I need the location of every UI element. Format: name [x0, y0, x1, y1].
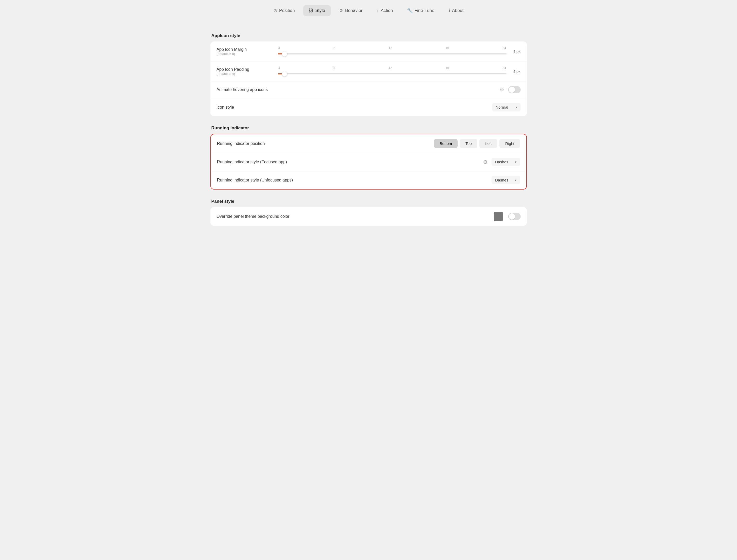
position-label: Running indicator position [217, 141, 274, 146]
override-panel-toggle-knob [509, 213, 515, 220]
appicon-section-label: AppIcon style [210, 33, 527, 38]
padding-ticks: 4 8 12 16 24 [278, 66, 507, 70]
margin-value: 4 px [510, 49, 521, 54]
panel-style-card: Override panel theme background color [210, 207, 527, 226]
tab-position-label: Position [279, 8, 295, 13]
padding-slider-area: 4 8 12 16 24 4 px [278, 66, 521, 76]
margin-sublabel: (default is 8) [217, 52, 274, 56]
animate-toggle[interactable] [508, 86, 521, 93]
position-btn-left[interactable]: Left [480, 139, 497, 148]
focused-style-label: Running indicator style (Focused app) [217, 160, 287, 164]
padding-label: App Icon Padding [217, 67, 274, 72]
focused-style-row: Running indicator style (Focused app) ⚙ … [211, 153, 526, 171]
animate-toggle-knob [509, 87, 515, 93]
tab-behavior-label: Behavior [345, 8, 362, 13]
unfocused-style-dropdown[interactable]: Dashes ▾ [492, 176, 520, 184]
override-panel-toggle[interactable] [508, 213, 521, 220]
icon-style-row: Icon style Normal ▾ [210, 98, 527, 116]
tab-style[interactable]: 🖼 Style [303, 5, 331, 16]
unfocused-style-chevron: ▾ [515, 178, 517, 182]
padding-slider-thumb[interactable] [282, 71, 287, 76]
override-panel-controls [494, 212, 521, 221]
unfocused-style-row: Running indicator style (Unfocused apps)… [211, 171, 526, 189]
focused-gear-icon: ⚙ [482, 158, 489, 166]
action-icon: ↑ [377, 8, 379, 13]
padding-row: App Icon Padding (default is 4) 4 8 12 1… [210, 61, 527, 81]
animate-label: Animate hovering app icons [217, 87, 274, 92]
unfocused-style-label: Running indicator style (Unfocused apps) [217, 178, 293, 183]
animate-toggle-wrapper: ⚙ [498, 86, 521, 93]
override-panel-label: Override panel theme background color [217, 214, 289, 219]
position-btn-bottom[interactable]: Bottom [434, 139, 458, 148]
focused-style-chevron: ▾ [515, 160, 517, 164]
margin-label: App Icon Margin [217, 47, 274, 52]
position-icon: ⊙ [273, 8, 277, 13]
unfocused-style-value: Dashes [495, 178, 509, 182]
position-btn-right[interactable]: Right [499, 139, 520, 148]
tab-about[interactable]: ℹ About [443, 5, 469, 16]
focused-style-dropdown[interactable]: Dashes ▾ [492, 158, 520, 166]
tab-bar: ⊙ Position 🖼 Style ⚙ Behavior ↑ Action 🔧… [210, 0, 527, 24]
behavior-icon: ⚙ [339, 8, 343, 13]
icon-style-label: Icon style [217, 105, 488, 110]
animate-row: Animate hovering app icons ⚙ [210, 81, 527, 98]
running-indicator-card: Running indicator position Bottom Top Le… [210, 134, 527, 190]
finetune-icon: 🔧 [407, 8, 413, 13]
focused-style-controls: ⚙ Dashes ▾ [482, 158, 520, 166]
padding-sublabel: (default is 4) [217, 72, 274, 76]
margin-row: App Icon Margin (default is 8) 4 8 12 16… [210, 41, 527, 61]
position-btn-top[interactable]: Top [460, 139, 477, 148]
panel-style-section-label: Panel style [210, 199, 527, 204]
about-icon: ℹ [449, 8, 450, 13]
margin-ticks: 4 8 12 16 24 [278, 46, 507, 50]
icon-style-dropdown[interactable]: Normal ▾ [492, 103, 521, 111]
tab-action[interactable]: ↑ Action [371, 5, 399, 16]
tab-position[interactable]: ⊙ Position [268, 5, 300, 16]
tab-action-label: Action [381, 8, 393, 13]
icon-style-chevron: ▾ [516, 106, 517, 109]
appicon-card: App Icon Margin (default is 8) 4 8 12 16… [210, 41, 527, 116]
running-indicator-section-label: Running indicator [210, 125, 527, 131]
style-icon: 🖼 [309, 8, 313, 13]
tab-about-label: About [452, 8, 464, 13]
icon-style-value: Normal [496, 105, 508, 109]
focused-style-value: Dashes [495, 160, 509, 164]
padding-value: 4 px [510, 69, 521, 74]
tab-behavior[interactable]: ⚙ Behavior [333, 5, 368, 16]
margin-slider-area: 4 8 12 16 24 4 px [278, 46, 521, 57]
margin-slider-thumb[interactable] [282, 51, 287, 57]
position-buttons: Bottom Top Left Right [434, 139, 520, 148]
tab-finetune-label: Fine-Tune [415, 8, 435, 13]
panel-color-swatch[interactable] [494, 212, 503, 221]
position-row: Running indicator position Bottom Top Le… [211, 134, 526, 153]
tab-style-label: Style [315, 8, 325, 13]
override-panel-row: Override panel theme background color [210, 207, 527, 226]
animate-gear-icon: ⚙ [498, 86, 506, 93]
tab-finetune[interactable]: 🔧 Fine-Tune [401, 5, 440, 16]
